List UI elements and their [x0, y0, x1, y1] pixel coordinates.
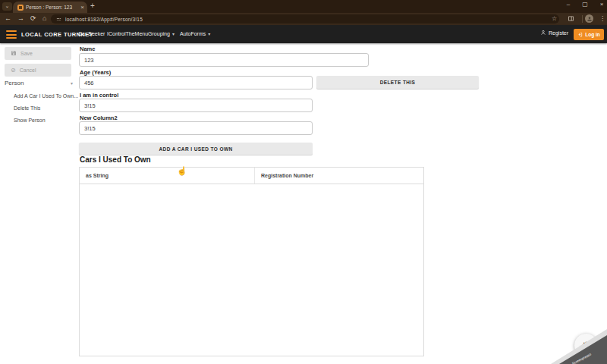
side-panel-icon[interactable]	[568, 15, 574, 22]
cars-table-header: as String Registration Number	[80, 168, 423, 184]
chevron-down-icon: ▾	[71, 80, 73, 86]
tab-favicon-icon	[17, 5, 24, 11]
hamburger-menu-icon[interactable]	[6, 30, 17, 39]
login-button[interactable]: Log in	[574, 29, 604, 40]
browser-tab[interactable]: Person : Person: 123 ×	[13, 2, 87, 13]
app-header: LOCAL CORE TURNKEY Car Seeker IControlTh…	[0, 25, 607, 43]
age-input[interactable]	[79, 76, 313, 89]
column-header-as-string[interactable]: as String	[80, 168, 254, 184]
sidebar-group-label: Person	[5, 80, 24, 86]
nav-item-icontrolthemenugrouping[interactable]: IControlTheMenuGrouping▾	[107, 31, 175, 36]
profile-avatar[interactable]	[585, 14, 593, 23]
cancel-icon: ⊘	[11, 67, 16, 74]
save-label: Save	[20, 51, 33, 56]
tab-title: Person : Person: 123	[26, 5, 78, 10]
sidebar-item-show-person[interactable]: Show Person	[14, 118, 78, 123]
age-field-label: Age (Years)	[80, 69, 111, 76]
register-label: Register	[549, 30, 568, 36]
login-label: Log in	[585, 32, 600, 37]
nav-item-autoforms[interactable]: AutoForms▾	[180, 31, 210, 36]
bookmark-star-icon[interactable]: ☆	[552, 15, 557, 22]
address-bar[interactable]: localhost:8182/App#/Person/3!15	[51, 14, 559, 24]
mouse-cursor-pointer-icon: ☝	[177, 166, 187, 176]
nav-item-car-seeker[interactable]: Car Seeker	[78, 31, 107, 36]
login-icon	[577, 32, 583, 38]
site-info-icon[interactable]	[56, 17, 61, 22]
screen: ⌄ Person : Person: 123 × + – ▢ × ← → ⟳ ⌂…	[0, 0, 607, 364]
cars-table: as String Registration Number	[79, 167, 424, 356]
person-icon	[540, 30, 546, 36]
sidebar-item-delete-this[interactable]: Delete This	[14, 105, 78, 111]
window-close-button[interactable]: ×	[596, 1, 607, 8]
window-maximize-button[interactable]: ▢	[580, 1, 590, 8]
cancel-button[interactable]: ⊘ Cancel	[5, 64, 71, 77]
register-button[interactable]: Register	[540, 30, 568, 36]
cars-table-title: Cars I Used To Own	[80, 155, 151, 164]
new-column2-field-label: New Column2	[80, 115, 118, 121]
reload-icon[interactable]: ⟳	[30, 14, 36, 22]
url-text: localhost:8182/App#/Person/3!15	[65, 17, 143, 22]
name-field-label: Name	[80, 46, 95, 52]
window-minimize-button[interactable]: –	[563, 1, 574, 8]
toolbar-separator	[582, 15, 583, 23]
forward-icon[interactable]: →	[17, 14, 24, 22]
back-icon[interactable]: ←	[5, 14, 11, 22]
column-header-registration-number[interactable]: Registration Number	[254, 168, 423, 184]
i-am-in-control-input[interactable]	[79, 99, 313, 112]
browser-menu-icon[interactable]: ⋮	[599, 15, 605, 22]
tab-search-icon[interactable]: ⌄	[2, 2, 12, 11]
add-a-car-button[interactable]: ADD A CAR I USED TO OWN	[79, 143, 313, 155]
sidebar-group-person[interactable]: Person ▾	[5, 80, 73, 86]
new-tab-button[interactable]: +	[90, 2, 95, 10]
new-column2-input[interactable]	[79, 121, 313, 135]
save-button[interactable]: Save	[5, 47, 71, 60]
browser-toolbar: ← → ⟳ ⌂ localhost:8182/App#/Person/3!15 …	[0, 13, 607, 25]
sidebar-item-add-a-car[interactable]: Add A Car I Used To Own...	[14, 93, 78, 99]
delete-this-button[interactable]: DELETE THIS	[316, 76, 479, 89]
tab-close-icon[interactable]: ×	[80, 4, 84, 11]
save-icon	[11, 50, 17, 57]
chevron-down-icon: ▾	[172, 32, 175, 36]
name-input[interactable]	[79, 53, 369, 67]
cancel-label: Cancel	[20, 67, 36, 73]
home-icon[interactable]: ⌂	[42, 14, 46, 22]
i-am-in-control-field-label: I am in control	[80, 92, 118, 99]
browser-tabstrip: ⌄ Person : Person: 123 × + – ▢ ×	[0, 0, 607, 13]
chevron-down-icon: ▾	[208, 32, 210, 36]
